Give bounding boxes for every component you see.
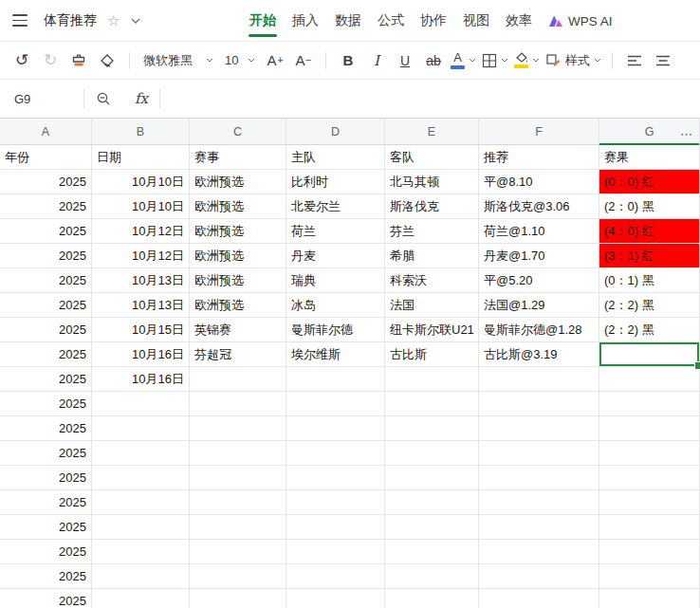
cell-C14[interactable] [190,466,286,490]
cell-E17[interactable] [385,540,479,564]
menu-icon[interactable] [12,14,28,27]
cell-F13[interactable] [479,441,599,466]
cell-C15[interactable] [190,490,286,515]
cell-A15[interactable]: 2025 [0,490,92,515]
cell-D11[interactable] [286,392,385,416]
cell-G6[interactable]: (0：1) 黑 [599,268,700,293]
tab-efficiency[interactable]: 效率 [506,12,532,29]
tab-home[interactable]: 开始 [249,12,276,29]
cell-F6[interactable]: 平@5.20 [479,268,599,293]
font-size-select[interactable]: 10 [219,47,261,74]
cell-B10[interactable]: 10月16日 [92,367,190,392]
strikethrough-button[interactable]: ab [419,47,448,74]
cell-D3[interactable]: 北爱尔兰 [286,194,385,219]
cell-C18[interactable] [190,564,286,589]
decrease-font-button[interactable]: A− [289,47,318,74]
cell-A1[interactable]: 年份 [0,145,92,170]
cell-C10[interactable] [190,367,286,392]
cell-G18[interactable] [599,564,700,589]
cell-F14[interactable] [479,466,599,490]
cell-G11[interactable] [599,392,700,416]
align-left-button[interactable] [620,47,649,74]
cell-B5[interactable]: 10月12日 [92,244,190,268]
cell-D6[interactable]: 瑞典 [286,268,385,293]
cell-C8[interactable]: 英锦赛 [190,318,286,342]
cell-F9[interactable]: 古比斯@3.19 [479,342,599,367]
cell-D9[interactable]: 埃尔维斯 [286,342,385,367]
tab-collaborate[interactable]: 协作 [420,12,447,29]
cell-F10[interactable] [479,367,599,392]
cell-A2[interactable]: 2025 [0,170,92,194]
cell-C9[interactable]: 芬超冠 [190,342,286,367]
column-header-E[interactable]: E [385,119,479,144]
cell-D4[interactable]: 荷兰 [286,219,385,244]
cell-D1[interactable]: 主队 [286,145,385,170]
cell-E8[interactable]: 纽卡斯尔联U21 [385,318,479,342]
cell-C12[interactable] [190,416,286,441]
cell-G15[interactable] [599,490,700,515]
eraser-button[interactable] [93,47,121,74]
cell-A13[interactable]: 2025 [0,441,92,466]
cell-B9[interactable]: 10月16日 [92,342,190,367]
cell-D10[interactable] [286,367,385,392]
cell-A14[interactable]: 2025 [0,466,92,490]
cell-G1[interactable]: 赛果 [599,145,700,170]
zoom-out-magnifier-icon[interactable] [96,91,112,107]
cell-A17[interactable]: 2025 [0,540,92,564]
cell-B19[interactable] [92,589,190,608]
underline-button[interactable]: U [391,47,419,74]
cell-C11[interactable] [190,392,286,416]
cell-C4[interactable]: 欧洲预选 [190,219,286,244]
cell-E12[interactable] [385,416,479,441]
cell-B6[interactable]: 10月13日 [92,268,190,293]
cell-E5[interactable]: 希腊 [385,244,479,268]
cell-D19[interactable] [286,589,385,608]
cell-E19[interactable] [385,589,479,608]
cell-E14[interactable] [385,466,479,490]
name-box[interactable]: G9 [0,92,83,106]
font-color-button[interactable]: A [448,47,479,74]
cell-F18[interactable] [479,564,599,589]
cell-G19[interactable] [599,589,700,608]
cell-G17[interactable] [599,540,700,564]
tab-data[interactable]: 数据 [335,12,361,29]
cell-E9[interactable]: 古比斯 [385,342,479,367]
cell-G16[interactable] [599,515,700,540]
cell-E10[interactable] [385,367,479,392]
cell-A16[interactable]: 2025 [0,515,92,540]
cell-E6[interactable]: 科索沃 [385,268,479,293]
fill-color-button[interactable] [511,47,543,74]
italic-button[interactable]: I [362,47,391,74]
cell-F16[interactable] [479,515,599,540]
cell-F7[interactable]: 法国@1.29 [479,293,599,318]
cell-F8[interactable]: 曼斯菲尔德@1.28 [479,318,599,342]
cell-F4[interactable]: 荷兰@1.10 [479,219,599,244]
align-center-button[interactable] [649,47,677,74]
cell-E11[interactable] [385,392,479,416]
cell-D18[interactable] [286,564,385,589]
cell-style-button[interactable]: 样式 [543,47,604,74]
cell-B17[interactable] [92,540,190,564]
cell-E7[interactable]: 法国 [385,293,479,318]
cell-C1[interactable]: 赛事 [190,145,286,170]
cell-E16[interactable] [385,515,479,540]
cell-E2[interactable]: 北马其顿 [385,170,479,194]
cell-G12[interactable] [599,416,700,441]
cell-G7[interactable]: (2：2) 黑 [599,293,700,318]
cell-B15[interactable] [92,490,190,515]
cell-D5[interactable]: 丹麦 [286,244,385,268]
cell-C2[interactable]: 欧洲预选 [190,170,286,194]
cell-A5[interactable]: 2025 [0,244,92,268]
bold-button[interactable]: B [334,47,362,74]
cell-B8[interactable]: 10月15日 [92,318,190,342]
cell-B18[interactable] [92,564,190,589]
format-painter-button[interactable] [64,47,93,74]
cell-B12[interactable] [92,416,190,441]
cell-F19[interactable] [479,589,599,608]
cell-F15[interactable] [479,490,599,515]
cell-C7[interactable]: 欧洲预选 [190,293,286,318]
redo-button[interactable]: ↻ [36,47,64,74]
cell-F11[interactable] [479,392,599,416]
cell-C3[interactable]: 欧洲预选 [190,194,286,219]
cell-B3[interactable]: 10月10日 [92,194,190,219]
